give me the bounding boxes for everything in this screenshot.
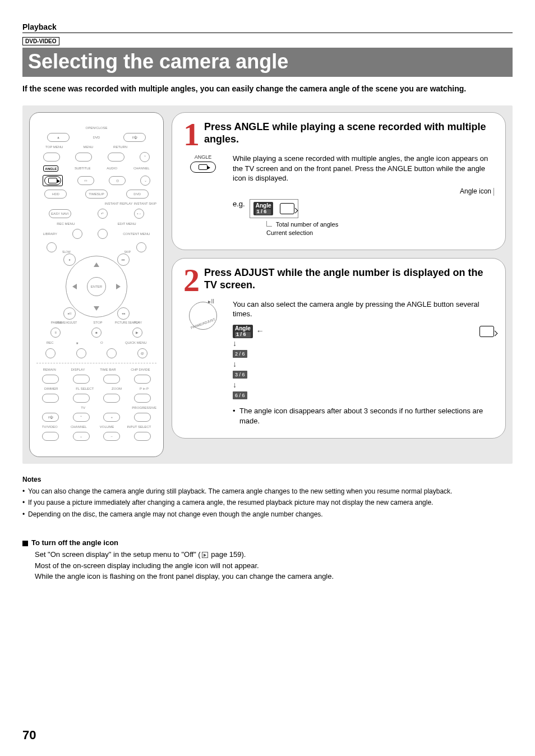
tvvideo-label: TV/VIDEO [42, 425, 58, 428]
camera-icon [199, 164, 207, 170]
angle-label: ANGLE [45, 167, 57, 170]
audio-button: ◎ [109, 176, 126, 185]
angle-button-label: ANGLE [183, 154, 223, 160]
pause-button: II [50, 328, 61, 338]
remain-label: REMAIN [43, 368, 56, 371]
star-button [76, 348, 86, 358]
top-menu-button [43, 153, 60, 162]
frame-adjust-button: ▸II [63, 307, 76, 320]
stop-label: STOP [93, 321, 102, 324]
menu-label: MENU [83, 145, 93, 149]
rec-menu-button [72, 229, 82, 239]
page-number: 70 [22, 728, 36, 743]
edit-menu-label: EDIT MENU [118, 222, 136, 225]
hdd-button: HDD [44, 190, 67, 199]
timeslip-button: TIMESLIP [85, 190, 108, 199]
display-label: DISPLAY [71, 368, 85, 371]
open-close-button: ▲ [47, 133, 70, 142]
tvvideo-button [42, 432, 59, 441]
tv-ch-down-button: ⌄ [73, 432, 90, 441]
eg-label: e.g. [233, 199, 245, 209]
tv-channel-label: CHANNEL [71, 425, 87, 428]
step-1-number: 1 [183, 121, 200, 148]
angle-button [44, 176, 61, 185]
play-button: ▶ [132, 328, 142, 338]
picture-search-button: ◂◂ [117, 307, 130, 320]
screen-icon [479, 326, 494, 337]
skip-button: ▸▸ [117, 253, 130, 266]
dimmer-label: DIMMER [44, 387, 58, 390]
format-badge: DVD-VIDEO [22, 37, 59, 45]
ch-up-button: ⌃ [140, 152, 150, 162]
content-menu-label: CONTENT MENU [123, 232, 150, 236]
tv-section-label: TV [36, 406, 130, 409]
note-item: You can also change the camera angle dur… [22, 487, 513, 496]
step-2-button-illustration: ▸II FRAME/ADJUST [183, 299, 223, 330]
instant-skip-label: INSTANT SKIP [134, 202, 156, 205]
step-1: 1 Press ANGLE while playing a scene reco… [172, 112, 506, 250]
remote-illustration: OPEN/CLOSE ▲ DVD I/⏻ TOP MENU MENU RETUR… [29, 112, 164, 457]
screen-icon [280, 203, 294, 214]
legend-current: Current selection [266, 229, 494, 237]
channel-label: CHANNEL [133, 167, 150, 170]
dvd-label: DVD [93, 136, 100, 139]
timebar-label: TIME BAR [100, 368, 116, 371]
slow-label: SLOW [62, 250, 71, 253]
rec-button [45, 348, 56, 358]
section-heading: Playback [22, 22, 513, 33]
zoom-label: ZOOM [112, 387, 122, 390]
tv-power-button: I/⏻ [42, 413, 59, 422]
intro-text: If the scene was recorded with multiple … [22, 84, 513, 94]
return-label: RETURN [113, 145, 127, 149]
step-2-body: You can also select the camera angle by … [233, 299, 494, 319]
return-button [108, 153, 124, 162]
angle-sequence: Angle1 / 6 ← ↓ 2 / 6 ↓ 3 / 6 ↓ 6 / 6 [233, 325, 264, 400]
step-2-note: The angle icon disappears after about 3 … [233, 406, 494, 426]
turn-off-body: Set "On screen display" in the setup men… [35, 549, 513, 582]
open-close-label: OPEN/CLOSE [85, 126, 107, 130]
library-label: LIBRARY [43, 232, 58, 236]
edit-menu-button [98, 229, 108, 239]
progressive-button [134, 413, 151, 422]
page-ref-icon [202, 552, 208, 558]
diagram-area: OPEN/CLOSE ▲ DVD I/⏻ TOP MENU MENU RETUR… [22, 105, 513, 464]
angle-button-highlight [43, 175, 63, 186]
subtitle-button: ▭ [77, 176, 94, 185]
instant-replay-label: INSTANT REPLAY [105, 202, 133, 205]
star-label: ★ [76, 341, 79, 345]
library-button [47, 242, 57, 252]
step-2: 2 Press ADJUST while the angle number is… [172, 258, 506, 439]
pinp-label: P in P [140, 387, 149, 390]
ch-down-button: ⌄ [140, 176, 150, 186]
note-item: If you pause a picture immediately after… [22, 498, 513, 508]
camera-icon [48, 178, 57, 183]
turn-off-heading: To turn off the angle icon [22, 538, 513, 547]
content-menu-button [136, 242, 146, 252]
angle-chip: Angle1 / 6 [253, 202, 274, 215]
dvd-button: DVD [126, 190, 149, 199]
step-2-number: 2 [183, 266, 200, 294]
audio-label: AUDIO [107, 167, 117, 170]
step-1-button-illustration: ANGLE [183, 154, 223, 173]
step-1-title: Press ANGLE while playing a scene record… [204, 121, 494, 146]
step-2-title: Press ADJUST while the angle number is d… [204, 266, 494, 292]
progressive-label: PROGRESSIVE [132, 406, 156, 409]
rec-label: REC [47, 341, 54, 344]
stop-button: ■ [91, 328, 102, 338]
note-item: Depending on the disc, the camera angle … [22, 510, 513, 519]
page-title: Selecting the camera angle [22, 48, 513, 77]
input-select-button [134, 432, 151, 441]
square-bullet-icon [22, 541, 28, 546]
o-label: O [100, 341, 103, 344]
instant-skip-button: •→ [134, 209, 144, 219]
instant-replay-button: ↶ [98, 209, 108, 219]
angle-osd-callout: Angle1 / 6 [250, 199, 299, 218]
o-button [107, 348, 117, 358]
tv-vol-down-button: − [103, 432, 120, 441]
subtitle-label: SUBTITLE [75, 167, 91, 170]
enter-button: ENTER [87, 277, 106, 296]
tv-volume-label: VOLUME [100, 425, 114, 428]
skip-label: SKIP [124, 250, 131, 253]
dpad: ▸ ▸▸ ▸II ◂◂ ENTER SLOW SKIP FRAME/ADJUST… [66, 256, 127, 317]
frame-adjust-label: FRAME/ADJUST [56, 321, 77, 324]
